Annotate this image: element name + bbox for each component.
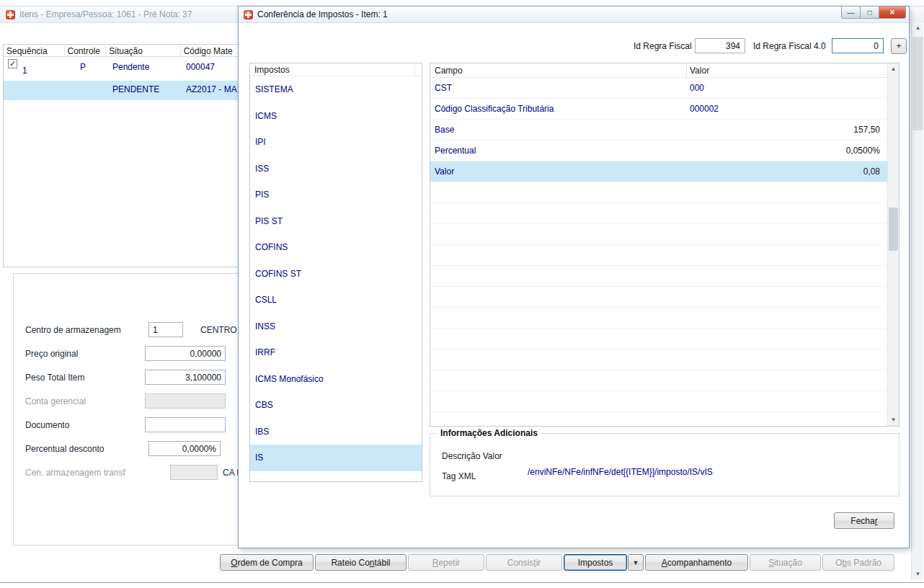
detail-table-empty-row (430, 370, 887, 391)
grid-column-situacao[interactable]: Situação (106, 45, 180, 56)
scroll-up-icon[interactable]: ▲ (912, 22, 924, 34)
grid-row[interactable]: ✓ 1 P Pendente 000047 (4, 57, 262, 81)
cell-situacao: Pendente (112, 62, 149, 72)
impostos-list-item[interactable]: ISS (250, 156, 422, 182)
button-impostos[interactable]: Impostos (564, 554, 627, 571)
grid-column-sequencia[interactable]: Sequência (4, 45, 65, 56)
scrollbar-thumb[interactable] (912, 37, 923, 130)
button-situacao[interactable]: Situação (750, 554, 821, 571)
detail-table-empty-row (430, 287, 887, 308)
impostos-list-item[interactable]: PIS ST (250, 208, 422, 235)
button-consistir[interactable]: Consistir (486, 554, 562, 571)
impostos-list-item[interactable]: SISTEMA (250, 76, 422, 103)
fechar-button[interactable]: Fechar (834, 512, 894, 529)
cell-codigo: 000047 (186, 62, 215, 72)
column-valor[interactable]: Valor (690, 66, 709, 76)
form-suffix: CENTRO (200, 325, 237, 335)
form-label-centro-de-armazenagem: Centro de armazenagem (25, 325, 121, 335)
impostos-list-item[interactable]: ICMS Monofásico (250, 366, 422, 393)
impostos-list-item[interactable]: IBS (250, 419, 422, 445)
impostos-list: Impostos SISTEMAICMSIPIISSPISPIS STCOFIN… (249, 63, 422, 482)
form-label-documento: Documento (25, 420, 69, 430)
impostos-list-item[interactable]: CSLL (250, 287, 422, 313)
form-input-centro-de-armazenagem[interactable]: 1 (148, 322, 183, 337)
window-vertical-scrollbar[interactable]: ▲ ▼ (911, 22, 923, 580)
impostos-list-item[interactable]: IS (250, 445, 422, 471)
form-input-percentual-desconto[interactable]: 0,0000% (148, 441, 221, 456)
detail-table-scrollbar[interactable]: ▲ ▼ (887, 63, 899, 426)
valor-cell: 000002 (690, 104, 719, 114)
impostos-list-item[interactable]: ICMS (250, 103, 422, 130)
impostos-list-item[interactable]: CBS (250, 392, 422, 419)
scroll-down-icon[interactable]: ▼ (888, 414, 899, 426)
grid-row-selected[interactable]: PENDENTE AZ2017 - MA (4, 81, 262, 100)
impostos-list-item[interactable]: COFINS ST (250, 261, 422, 288)
id-regra-fiscal-40-input[interactable]: 0 (832, 38, 884, 53)
valor-cell: 0,08 (863, 166, 880, 177)
valor-cell: 157,50 (853, 125, 880, 135)
grid-column-controle[interactable]: Controle (65, 45, 107, 56)
campo-cell: CST (435, 83, 452, 93)
detail-table-row[interactable]: Base157,50 (430, 120, 887, 141)
form-input-peso-total-item[interactable]: 3,100000 (145, 370, 226, 385)
form-label-conta-gerencial: Conta gerencial (25, 396, 86, 406)
detail-table-empty-row (430, 349, 887, 370)
maximize-button[interactable]: □ (860, 6, 879, 19)
scroll-down-icon[interactable]: ▼ (912, 569, 924, 580)
add-button[interactable]: + (891, 38, 907, 54)
window-controls: — □ × (842, 6, 906, 19)
impostos-list-item[interactable]: IPI (250, 129, 422, 156)
form-input-preco-original[interactable]: 0,00000 (145, 346, 226, 361)
id-regra-fiscal-input[interactable]: 394 (695, 38, 745, 53)
cell-sequencia: 1 (22, 66, 27, 76)
detail-table-empty-row (430, 203, 887, 224)
detail-table-empty-row (430, 391, 887, 412)
close-button[interactable]: × (879, 6, 906, 19)
button-repetir[interactable]: Repetir (408, 554, 484, 571)
tag-xml-label: Tag XML (442, 471, 476, 481)
app-icon (6, 10, 15, 19)
detail-table-row[interactable]: Código Classificação Tributária000002 (430, 99, 887, 120)
impostos-list-item[interactable]: INSS (250, 313, 422, 340)
id-regra-fiscal-label: Id Regra Fiscal (634, 41, 692, 51)
impostos-list-item[interactable]: PIS (250, 182, 422, 208)
impostos-list-item[interactable]: IRRF (250, 339, 422, 366)
scrollbar-thumb[interactable] (889, 208, 898, 251)
item-detail-panel: Centro de armazenagem1CENTROPreço origin… (13, 273, 272, 545)
detail-table-row[interactable]: Valor0,08 (430, 161, 887, 182)
column-campo[interactable]: Campo (435, 66, 463, 76)
impostos-dropdown-button[interactable]: ▼ (628, 554, 644, 571)
detail-table-empty-row (430, 412, 887, 426)
button-ordem-de-compra[interactable]: Ordem de Compra (220, 554, 314, 571)
campo-cell: Base (435, 125, 454, 135)
detail-table-empty-row (430, 182, 887, 203)
button-acompanhamento[interactable]: Acompanhamento (645, 554, 748, 571)
detail-table: Campo Valor CST000Código Classificação T… (430, 63, 899, 427)
form-row: Documento (14, 417, 272, 435)
form-label-percentual-desconto: Percentual desconto (25, 444, 104, 454)
id-regra-fiscal-40-label: Id Regra Fiscal 4.0 (753, 41, 826, 51)
row-checkbox[interactable]: ✓ (8, 59, 17, 68)
app-icon (244, 10, 253, 19)
column-divider (414, 63, 415, 76)
items-window-title: Itens - Empresa/Pessoa: 1061 - Pré Nota:… (19, 9, 192, 19)
detail-table-empty-row (430, 308, 887, 329)
cell-codigo: AZ2017 - MA (186, 84, 237, 94)
button-obs-padrao[interactable]: Obs Padrão (822, 554, 894, 571)
detail-table-row[interactable]: Percentual0,0500% (430, 141, 887, 161)
minimize-button[interactable]: — (841, 6, 861, 19)
form-row: Percentual desconto0,0000% (14, 441, 272, 458)
form-input-conta-gerencial (145, 393, 226, 409)
form-input-documento[interactable] (145, 417, 226, 432)
modal-titlebar[interactable]: Conferência de Impostos - Item: 1 (239, 6, 909, 23)
detail-table-empty-row (430, 266, 887, 287)
detail-table-row[interactable]: CST000 (430, 78, 887, 99)
button-rateio-contabil[interactable]: Rateio Contábil (315, 554, 407, 571)
form-label-cen-armazenagem-transf: Cen. armazenagem transf (25, 468, 125, 478)
form-label-preco-original: Preço original (25, 349, 78, 359)
form-row: Centro de armazenagem1CENTRO (14, 322, 272, 339)
impostos-list-item[interactable]: COFINS (250, 234, 422, 261)
scroll-up-icon[interactable]: ▲ (888, 63, 899, 75)
detail-table-empty-row (430, 224, 887, 245)
stage: Itens - Empresa/Pessoa: 1061 - Pré Nota:… (0, 0, 924, 588)
